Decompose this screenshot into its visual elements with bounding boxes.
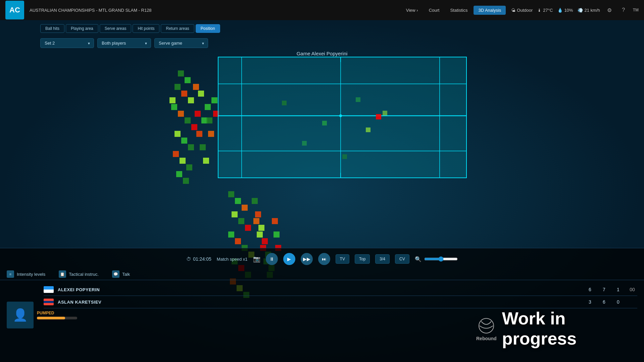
temp-icon: 🌡 — [537, 8, 542, 13]
player-row-popyerin: ALEXEI POPYERIN 6 7 1 00 — [44, 283, 637, 296]
view-tv-button[interactable]: TV — [336, 254, 349, 264]
score-p1-s3: 1 — [613, 287, 623, 292]
heatmap-pixel — [191, 124, 197, 130]
heatmap-pixel — [188, 144, 194, 150]
heatmap-pixel — [203, 158, 209, 164]
svg-rect-17 — [302, 141, 307, 146]
talk-label: Talk — [122, 272, 130, 277]
heatmap-pixel — [208, 131, 214, 137]
svg-rect-15 — [376, 114, 381, 119]
heatmap-pixel — [186, 164, 192, 170]
set-dropdown[interactable]: Set 2 Set 1 Set 3 — [40, 38, 94, 48]
heatmap-pixel — [228, 231, 234, 238]
heatmap-pixel — [206, 117, 212, 123]
heatmap-pixel — [258, 225, 264, 231]
outdoor-label: Outdoor — [517, 8, 533, 13]
nav-court[interactable]: Court — [424, 6, 444, 15]
heatmap-pixel — [205, 104, 211, 110]
view-top-button[interactable]: Top — [355, 254, 370, 264]
nav-menu: View › Court Statistics 3D Analysis — [401, 6, 506, 15]
tab-tactical[interactable]: 📋 Tactical instruc. — [59, 270, 99, 278]
topbar: AC AUSTRALIAN CHAMPIONSHIPS - MTL GRAND … — [0, 0, 644, 20]
heatmap-pixel — [188, 97, 194, 103]
heatmap-pixel — [195, 111, 201, 117]
zoom-slider[interactable] — [424, 256, 458, 262]
heatmap-pixel — [180, 158, 186, 164]
heatmap-pixel — [196, 131, 202, 137]
help-button[interactable]: ? — [619, 5, 628, 15]
view-3/4-button[interactable]: 3/4 — [375, 254, 390, 264]
heatmap-pixel — [185, 117, 191, 123]
heatmap-pixel — [175, 131, 181, 137]
work-in-progress-text: Work in progress — [502, 308, 644, 349]
tactical-label: Tactical instruc. — [69, 272, 99, 277]
svg-point-11 — [339, 114, 342, 117]
heatmap-pixel — [257, 231, 263, 238]
heatmap-pixel — [252, 198, 258, 204]
temp-value: 27°C — [543, 8, 553, 13]
camera-icon: 📷 — [253, 255, 260, 263]
bottom-panel: ⏱ 01:24:05 Match speed x1 📷 ⏸ ▶ ▶▶ ⏭ TV … — [0, 248, 644, 362]
nav-view[interactable]: View › — [401, 6, 423, 15]
dropdowns-row: Set 2 Set 1 Set 3 Both players Player 1 … — [0, 37, 644, 49]
rebound-ball-icon — [476, 316, 496, 336]
controls-row: ⏱ 01:24:05 Match speed x1 📷 ⏸ ▶ ▶▶ ⏭ TV … — [0, 248, 644, 268]
heatmap-pixel — [238, 218, 244, 224]
fast-forward-button[interactable]: ▶▶ — [301, 253, 313, 265]
svg-rect-13 — [322, 121, 327, 125]
mood-label: PUMPED — [37, 311, 77, 315]
filter-tabs-row: Ball hits Playing area Serve areas Hit p… — [0, 20, 644, 37]
heatmap-pixel — [181, 91, 187, 97]
score-p1-s1: 6 — [585, 287, 595, 292]
tab-serve-areas[interactable]: Serve areas — [100, 24, 132, 33]
tab-talk[interactable]: 💬 Talk — [112, 270, 130, 278]
heatmap-pixel — [178, 70, 184, 76]
tab-playing-area[interactable]: Playing area — [66, 24, 98, 33]
settings-button[interactable]: ⚙ — [605, 5, 614, 15]
view-cv-button[interactable]: CV — [395, 254, 409, 264]
play-button[interactable]: ▶ — [283, 253, 295, 265]
svg-point-20 — [479, 318, 494, 333]
tab-position[interactable]: Position — [196, 24, 220, 33]
pause-button[interactable]: ⏸ — [266, 253, 278, 265]
weather-info: 🌤 Outdoor 🌡 27°C 💧 10% 💨 21 km/h ⚙ ? TM — [511, 5, 639, 15]
time-display: ⏱ 01:24:05 — [186, 256, 211, 262]
score-p1-s2: 7 — [599, 287, 609, 292]
nav-3d-analysis[interactable]: 3D Analysis — [474, 6, 506, 15]
heatmap-pixel — [198, 91, 204, 97]
heatmap-pixel — [274, 231, 280, 238]
weather-type: 🌤 Outdoor — [511, 8, 533, 13]
heatmap-pixel — [262, 238, 268, 244]
tab-return-areas[interactable]: Return areas — [161, 24, 194, 33]
bottom-tabs: ≡ Intensity levels 📋 Tactical instruc. 💬… — [0, 268, 644, 280]
players-dropdown[interactable]: Both players Player 1 Player 2 — [97, 38, 151, 48]
player-name-1: ALEXEI POPYERIN — [58, 287, 581, 292]
weather-humidity: 💧 10% — [557, 8, 573, 13]
humidity-value: 10% — [564, 8, 573, 13]
content-area: Ball hits Playing area Serve areas Hit p… — [0, 20, 644, 362]
tab-hit-points[interactable]: Hit points — [133, 24, 159, 33]
court-visualization — [195, 54, 450, 181]
svg-rect-0 — [218, 57, 466, 178]
rebound-watermark: Rebound Work in progress — [476, 295, 644, 362]
set-dropdown-wrapper: Set 2 Set 1 Set 3 — [40, 38, 94, 48]
tab-ball-hits[interactable]: Ball hits — [40, 24, 64, 33]
tactical-icon: 📋 — [59, 270, 66, 278]
game-type-dropdown[interactable]: Serve game Return game All games — [154, 38, 208, 48]
timer-icon: ⏱ — [186, 256, 191, 262]
game-type-dropdown-wrapper: Serve game Return game All games — [154, 38, 208, 48]
heatmap-pixel — [253, 218, 259, 224]
intensity-icon: ≡ — [7, 270, 14, 278]
heatmap-pixel — [228, 191, 234, 197]
heatmap-pixel — [232, 211, 238, 217]
heatmap-pixel — [200, 144, 206, 150]
search-icon: 🔍 — [415, 256, 422, 262]
rebound-icon-area: Rebound — [476, 316, 497, 341]
tab-intensity-levels[interactable]: ≡ Intensity levels — [7, 270, 45, 278]
speed-label: Match speed x1 — [217, 257, 248, 262]
heatmap-pixel — [181, 138, 187, 144]
nav-statistics[interactable]: Statistics — [445, 6, 472, 15]
rebound-text: Rebound — [476, 336, 497, 341]
tm-logo: TM — [633, 8, 639, 12]
skip-button[interactable]: ⏭ — [318, 253, 330, 265]
